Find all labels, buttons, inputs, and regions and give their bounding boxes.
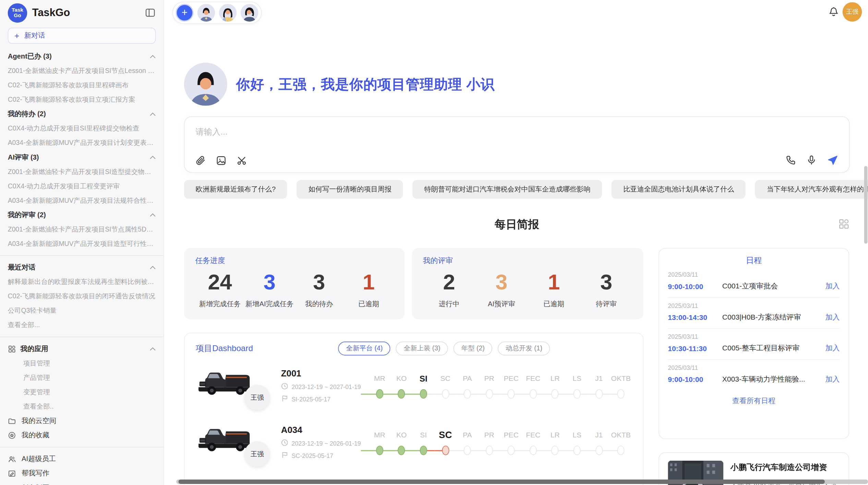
milestone-dot[interactable] [530, 446, 537, 455]
sidebar-task-item[interactable]: A034-全新新能源MUV产品开发项目法规符合性评审 [8, 193, 156, 208]
milestone-dot[interactable] [595, 389, 603, 398]
join-link[interactable]: 加入 [825, 374, 840, 384]
milestone-dot[interactable] [595, 446, 603, 455]
sidebar-task-item[interactable]: A034-全新新能源MUV产品开发项目计划变更表编写 [8, 136, 156, 150]
send-icon[interactable] [827, 154, 839, 166]
image-icon[interactable] [216, 155, 227, 166]
sidebar-help-write[interactable]: 帮我写作 [8, 466, 156, 481]
milestone-dot[interactable] [508, 389, 515, 398]
stat-已逾期: 1已逾期 [528, 270, 580, 309]
milestone-dot[interactable] [617, 389, 625, 398]
schedule-time: 10:30-11:30 [668, 344, 718, 352]
new-chat-button[interactable]: + 新对话 [8, 28, 156, 44]
attachment-icon[interactable] [195, 155, 206, 166]
chevron-up-icon[interactable] [150, 265, 156, 269]
milestone-dot[interactable] [508, 446, 515, 455]
milestone-dot[interactable] [420, 389, 427, 398]
dashboard-filters: 全新平台 (4)全新上装 (3)年型 (2)动总开发 (1) [338, 341, 550, 355]
suggestion-chip[interactable]: 当下年轻人对汽车外观有怎样的喜好趋势 [755, 180, 868, 199]
sidebar-recent-chats[interactable]: 最近对话 [8, 260, 156, 275]
milestone-dot[interactable] [376, 446, 383, 455]
my-apps-item[interactable]: 项目管理 [8, 356, 156, 370]
chevron-up-icon[interactable] [150, 54, 156, 58]
milestone-dot[interactable] [574, 389, 581, 398]
milestone-dot[interactable] [398, 389, 405, 398]
view-all-schedule-link[interactable]: 查看所有日程 [668, 396, 840, 406]
suggestion-chip[interactable]: 如何写一份清晰的项目周报 [297, 180, 403, 199]
join-link[interactable]: 加入 [825, 281, 840, 291]
milestone-dot[interactable] [376, 389, 383, 398]
sidebar-creative-draw[interactable]: 创意制图 [8, 481, 156, 485]
join-link[interactable]: 加入 [825, 343, 840, 353]
sidebar-section-3[interactable]: 我的评审 (2) [8, 208, 156, 222]
filter-pill[interactable]: 全新平台 (4) [338, 341, 390, 355]
horizontal-scrollbar-thumb[interactable] [179, 480, 825, 484]
app-logo: Task Go [8, 3, 27, 23]
milestone-dot[interactable] [486, 389, 493, 398]
my-review-title: 我的评审 [423, 256, 632, 266]
sidebar-section-1[interactable]: 我的待办 (2) [8, 107, 156, 121]
stat-value: 1 [528, 270, 580, 295]
recent-chat-item[interactable]: C02-飞腾新能源轻客改款项目的闭环通告反馈情况 [8, 289, 156, 303]
recent-chat-item[interactable]: 查看全部... [8, 318, 156, 332]
vertical-scrollbar-thumb[interactable] [864, 166, 868, 244]
sidebar-favorites[interactable]: 我的收藏 [8, 428, 156, 442]
mic-icon[interactable] [806, 154, 817, 165]
chat-input[interactable]: 请输入... [184, 116, 850, 173]
milestone-rail: MRKOSISCPAPRPECFECLRLSJ1OKTB [361, 370, 632, 401]
sidebar-collapse-icon[interactable] [145, 7, 156, 18]
project-code[interactable]: Z001 [281, 369, 361, 379]
sidebar-task-item[interactable]: A034-全新新能源MUV产品开发项目造型可行性评审 [8, 236, 156, 251]
filter-pill[interactable]: 年型 (2) [454, 341, 492, 355]
my-apps-item[interactable]: 查看全部.. [8, 399, 156, 413]
sidebar-my-apps[interactable]: 我的应用 [8, 341, 156, 356]
milestone-dot[interactable] [552, 446, 559, 455]
milestone-dot[interactable] [552, 389, 559, 398]
sidebar-section-2[interactable]: AI评审 (3) [8, 150, 156, 164]
sidebar-cloud-space[interactable]: 我的云空间 [8, 413, 156, 428]
project-code[interactable]: A034 [281, 425, 361, 435]
milestone-dot[interactable] [464, 389, 471, 398]
clock-icon [281, 383, 288, 391]
phone-icon[interactable] [785, 154, 796, 165]
milestone-dot[interactable] [420, 446, 427, 455]
recent-chat-item[interactable]: 解释最新出台的欧盟报废车法规再生塑料比例被调至15%... [8, 275, 156, 289]
chevron-up-icon[interactable] [150, 112, 156, 116]
filter-pill[interactable]: 全新上装 (3) [396, 341, 448, 355]
milestone-dot[interactable] [442, 446, 449, 455]
milestone-dot[interactable] [574, 446, 581, 455]
schedule-item: 2025/03/119:00-10:00C001-立项审批会加入 [668, 267, 840, 298]
scissors-icon[interactable] [236, 155, 247, 166]
milestone-dot[interactable] [530, 389, 537, 398]
chevron-up-icon[interactable] [150, 213, 156, 217]
join-link[interactable]: 加入 [825, 312, 840, 322]
sidebar-task-item[interactable]: Z001-全新燃油皮卡产品开发项目SI节点Lesson Learn报告 [8, 64, 156, 78]
my-apps-item[interactable]: 产品管理 [8, 370, 156, 385]
recent-chat-item[interactable]: 公司Q3轻卡销量 [8, 303, 156, 318]
suggestion-chip[interactable]: 欧洲新规最近颁布了什么? [184, 180, 287, 199]
chevron-up-icon[interactable] [150, 155, 156, 159]
stat-value: 3 [245, 270, 294, 295]
suggestion-chip[interactable]: 比亚迪全固态电池计划具体说了什么 [612, 180, 746, 199]
sidebar-section-0[interactable]: Agent已办 (3) [8, 49, 156, 64]
milestone-dot[interactable] [442, 389, 449, 398]
sidebar-task-item[interactable]: C02-飞腾新能源轻客改款项目里程碑画布 [8, 78, 156, 92]
milestone-dot[interactable] [486, 446, 493, 455]
milestone-dot[interactable] [464, 446, 471, 455]
sidebar-task-item[interactable]: C02-飞腾新能源轻客改款项目立项汇报方案 [8, 92, 156, 107]
suggestion-chip[interactable]: 特朗普可能对进口汽车增税会对中国车企造成哪些影响 [413, 180, 602, 199]
milestone-dot[interactable] [617, 446, 625, 455]
chevron-up-icon[interactable] [150, 347, 156, 351]
layout-grid-icon[interactable] [838, 218, 850, 230]
milestone-FEC: FEC [522, 429, 544, 458]
sidebar-task-item[interactable]: C0X4-动力总成开发项目SI里程碑提交物检查 [8, 121, 156, 136]
milestone-label: FEC [522, 429, 544, 442]
sidebar-task-item[interactable]: C0X4-动力总成开发项目工程变更评审 [8, 179, 156, 193]
sidebar-task-item[interactable]: Z001-全新燃油轻卡产品开发项目SI造型提交物评审 [8, 164, 156, 179]
my-apps-item[interactable]: 变更管理 [8, 385, 156, 399]
sidebar-ai-staff[interactable]: AI超级员工 [8, 452, 156, 466]
filter-pill[interactable]: 动总开发 (1) [498, 341, 550, 355]
sidebar-task-item[interactable]: Z001-全新燃油轻卡产品开发项目SI节点属性5D文件评审 [8, 222, 156, 236]
milestone-dot[interactable] [398, 446, 405, 455]
sidebar: Task Go TaskGo + 新对话 Agent已办 (3)Z001-全新燃… [0, 0, 164, 485]
